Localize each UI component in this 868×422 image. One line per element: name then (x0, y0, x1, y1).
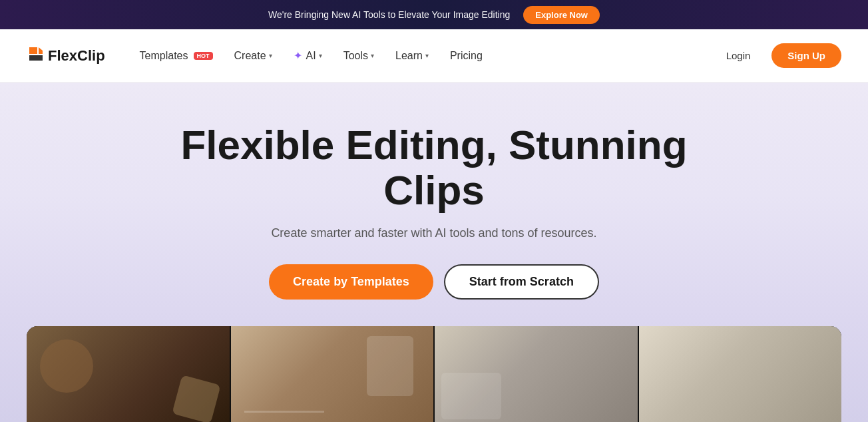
preview-panel-3 (435, 326, 638, 422)
nav-item-create[interactable]: Create ▾ (226, 45, 280, 67)
explore-now-button[interactable]: Explore Now (523, 6, 600, 24)
nav-label-ai: AI (306, 50, 316, 62)
create-by-templates-button[interactable]: Create by Templates (269, 264, 433, 300)
nav-item-pricing[interactable]: Pricing (442, 45, 491, 67)
logo-text: FlexClip (48, 47, 105, 65)
navbar: FlexClip Templates HOT Create ▾ ✦ AI ▾ T (0, 29, 868, 83)
ai-star-icon: ✦ (294, 49, 302, 62)
signup-button[interactable]: Sign Up (771, 43, 841, 68)
chevron-down-icon-ai: ▾ (319, 52, 322, 59)
nav-item-templates[interactable]: Templates HOT (132, 45, 221, 67)
hero-section: Flexible Editing, Stunning Clips Create … (0, 83, 868, 422)
nav-label-create: Create (234, 50, 266, 62)
preview-area (27, 326, 841, 422)
preview-decoration-4 (244, 411, 324, 413)
logo[interactable]: FlexClip (27, 45, 105, 67)
logo-icon (27, 45, 45, 67)
preview-decoration-1 (40, 339, 93, 393)
nav-label-learn: Learn (395, 50, 423, 62)
preview-panel-4 (639, 326, 842, 422)
chevron-down-icon-tools: ▾ (371, 52, 374, 59)
hot-badge: HOT (194, 52, 213, 60)
nav-left: FlexClip Templates HOT Create ▾ ✦ AI ▾ T (27, 44, 491, 67)
banner-text: We're Bringing New AI Tools to Elevate Y… (268, 9, 510, 20)
start-from-scratch-button[interactable]: Start from Scratch (444, 264, 599, 300)
preview-panel-2 (231, 326, 434, 422)
hero-subtitle: Create smarter and faster with AI tools … (271, 226, 596, 240)
login-button[interactable]: Login (713, 45, 764, 67)
top-banner: We're Bringing New AI Tools to Elevate Y… (0, 0, 868, 29)
nav-item-ai[interactable]: ✦ AI ▾ (286, 44, 330, 67)
preview-decoration-3 (367, 336, 413, 396)
nav-label-pricing: Pricing (450, 50, 483, 62)
nav-links: Templates HOT Create ▾ ✦ AI ▾ Tools ▾ Le (132, 44, 491, 67)
preview-decoration-5 (441, 373, 501, 419)
chevron-down-icon-create: ▾ (269, 52, 272, 59)
preview-decoration-2 (172, 375, 220, 422)
preview-panel-1 (27, 326, 230, 422)
nav-right: Login Sign Up (713, 43, 841, 68)
nav-item-tools[interactable]: Tools ▾ (335, 45, 382, 67)
hero-title: Flexible Editing, Stunning Clips (134, 122, 734, 213)
nav-label-templates: Templates (140, 50, 188, 62)
nav-item-learn[interactable]: Learn ▾ (387, 45, 437, 67)
hero-buttons: Create by Templates Start from Scratch (269, 264, 599, 300)
nav-label-tools: Tools (343, 50, 368, 62)
chevron-down-icon-learn: ▾ (425, 52, 429, 59)
